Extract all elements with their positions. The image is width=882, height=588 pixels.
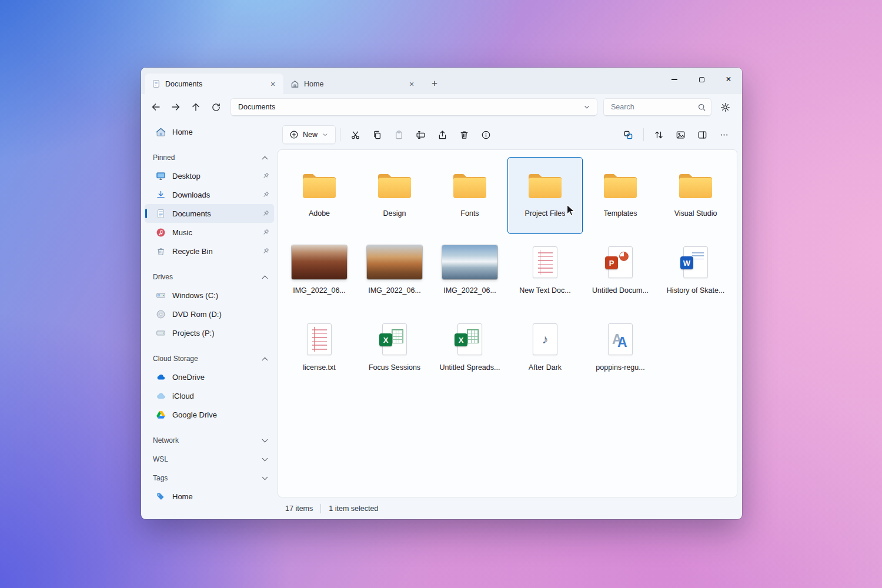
settings-button[interactable] xyxy=(715,97,735,117)
sidebar-item-icloud[interactable]: iCloud xyxy=(145,386,274,405)
file-item-untitled-spreadsheet[interactable]: X Untitled Spreads... xyxy=(432,311,507,388)
section-header-drives[interactable]: Drives xyxy=(145,268,274,286)
file-item-visual-studio[interactable]: Visual Studio xyxy=(658,157,733,234)
sidebar-item-label: Music xyxy=(172,228,192,237)
chevron-down-icon xyxy=(263,437,267,443)
folder-icon xyxy=(602,170,639,201)
file-item-focus-sessions[interactable]: X Focus Sessions xyxy=(357,311,432,388)
font-file-icon: A A xyxy=(608,323,633,355)
chevron-down-icon xyxy=(263,456,267,462)
search-input[interactable] xyxy=(610,102,697,112)
tab-documents[interactable]: Documents × xyxy=(145,74,283,94)
sidebar-item-dvd-rom-d[interactable]: DVD Rom (D:) xyxy=(145,305,274,323)
sidebar-item-recycle-bin[interactable]: Recycle Bin xyxy=(145,242,274,260)
google-drive-icon xyxy=(155,410,166,420)
new-tab-button[interactable]: + xyxy=(426,75,443,92)
file-item-license-txt[interactable]: license.txt xyxy=(282,311,357,388)
pin-icon xyxy=(262,172,269,179)
file-item-photo-2[interactable]: IMG_2022_06... xyxy=(357,234,432,311)
cut-button[interactable] xyxy=(345,125,366,145)
paste-icon xyxy=(394,130,404,140)
navigation-toolbar: Documents xyxy=(141,94,742,120)
hard-drive-icon xyxy=(155,328,166,338)
chevron-down-icon xyxy=(322,131,329,138)
excel-file-icon: X xyxy=(457,323,482,355)
sidebar-item-label: Downloads xyxy=(172,191,210,199)
powerpoint-file-icon: P xyxy=(608,246,633,278)
pin-icon xyxy=(262,210,269,217)
sidebar-item-downloads[interactable]: Downloads xyxy=(145,185,274,204)
home-tab-icon xyxy=(290,79,299,88)
sidebar-item-windows-c[interactable]: Windows (C:) xyxy=(145,286,274,305)
up-button[interactable] xyxy=(186,97,206,117)
sidebar-item-music[interactable]: Music xyxy=(145,223,274,242)
folder-icon xyxy=(451,170,489,201)
back-button[interactable] xyxy=(146,97,166,117)
share-button[interactable] xyxy=(432,125,453,145)
address-bar[interactable]: Documents xyxy=(230,98,597,116)
sidebar-item-home[interactable]: Home xyxy=(145,122,274,141)
maximize-button[interactable] xyxy=(688,68,715,91)
file-name: Fonts xyxy=(460,209,479,218)
section-header-pinned[interactable]: Pinned xyxy=(145,149,274,166)
copy-button[interactable] xyxy=(366,125,388,145)
sidebar-item-onedrive[interactable]: OneDrive xyxy=(145,368,274,386)
preview-pane-button[interactable] xyxy=(691,125,713,145)
info-button[interactable] xyxy=(475,125,497,145)
section-header-tags[interactable]: Tags xyxy=(145,469,274,487)
tab-home[interactable]: Home × xyxy=(283,74,422,94)
section-header-wsl[interactable]: WSL xyxy=(145,450,274,468)
toolbar-divider xyxy=(340,128,340,141)
maximize-icon xyxy=(699,77,704,82)
file-item-adobe[interactable]: Adobe xyxy=(282,157,357,234)
file-item-fonts[interactable]: Fonts xyxy=(432,157,507,234)
section-label: Pinned xyxy=(153,153,175,162)
sort-button[interactable] xyxy=(648,125,670,145)
file-grid: Adobe Design Fonts Project Files xyxy=(282,157,733,388)
delete-button[interactable] xyxy=(453,125,475,145)
close-tab-icon[interactable]: × xyxy=(406,78,417,90)
rename-button[interactable] xyxy=(410,125,432,145)
sidebar-item-tag-home[interactable]: Home xyxy=(145,487,274,506)
file-item-new-text-document[interactable]: New Text Doc... xyxy=(507,234,583,311)
excel-badge: X xyxy=(379,333,392,346)
recycle-bin-icon xyxy=(155,246,166,256)
file-name: Templates xyxy=(604,209,637,218)
file-item-design[interactable]: Design xyxy=(357,157,432,234)
minimize-button[interactable] xyxy=(661,68,688,91)
more-options-button[interactable] xyxy=(713,125,735,145)
file-item-poppins-font[interactable]: A A poppins-regu... xyxy=(583,311,658,388)
section-header-cloud-storage[interactable]: Cloud Storage xyxy=(145,350,274,368)
section-label: WSL xyxy=(153,455,168,463)
sidebar-item-projects-p[interactable]: Projects (P:) xyxy=(145,323,274,342)
search-box[interactable] xyxy=(603,98,711,116)
close-tab-icon[interactable]: × xyxy=(267,78,279,90)
file-list-panel: Adobe Design Fonts Project Files xyxy=(278,149,737,497)
pin-icon xyxy=(262,191,269,198)
file-item-photo-1[interactable]: IMG_2022_06... xyxy=(282,234,357,311)
item-count: 17 items xyxy=(285,505,313,513)
view-options-button[interactable] xyxy=(670,125,691,145)
file-item-history-of-skate[interactable]: W History of Skate... xyxy=(658,234,733,311)
file-item-after-dark[interactable]: ♪ After Dark xyxy=(507,311,583,388)
sidebar-item-google-drive[interactable]: Google Drive xyxy=(145,405,274,424)
refresh-button[interactable] xyxy=(206,97,226,117)
folder-icon xyxy=(376,170,413,201)
back-icon xyxy=(151,102,161,112)
file-item-templates[interactable]: Templates xyxy=(583,157,658,234)
layout-toggle-button[interactable] xyxy=(617,125,639,145)
file-name: IMG_2022_06... xyxy=(293,286,346,295)
photo-thumbnail xyxy=(367,245,422,279)
chevron-down-icon[interactable] xyxy=(583,103,591,111)
paste-button[interactable] xyxy=(388,125,410,145)
new-button[interactable]: New xyxy=(282,125,336,144)
sidebar-item-desktop[interactable]: Desktop xyxy=(145,166,274,185)
forward-button[interactable] xyxy=(166,97,186,117)
close-button[interactable]: × xyxy=(715,68,742,91)
file-item-project-files[interactable]: Project Files xyxy=(507,157,583,234)
file-item-untitled-document[interactable]: P Untitled Docum... xyxy=(583,234,658,311)
sidebar-item-documents[interactable]: Documents xyxy=(145,204,274,223)
file-item-photo-3[interactable]: IMG_2022_06... xyxy=(432,234,507,311)
status-bar: 17 items 1 item selected xyxy=(278,497,737,519)
section-header-network[interactable]: Network xyxy=(145,432,274,449)
